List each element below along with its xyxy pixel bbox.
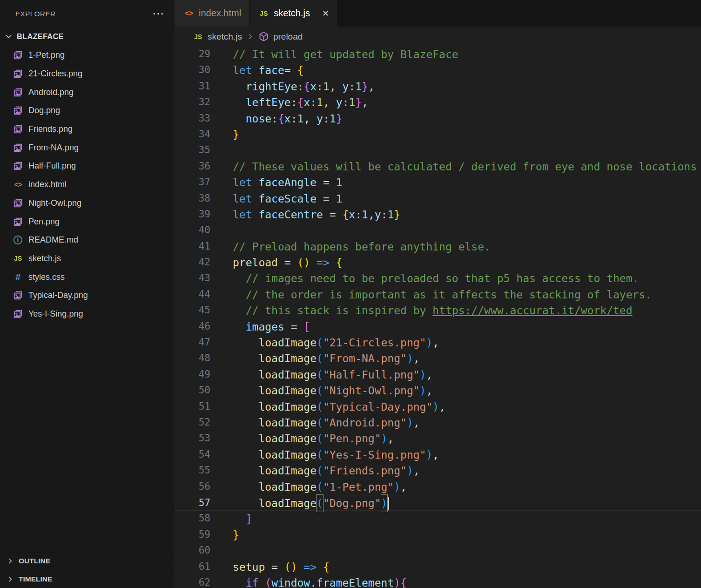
token: )	[426, 337, 432, 349]
code-line: 41// Preload happens before anything els…	[175, 239, 701, 255]
file-item-21-Circles.png[interactable]: 21-Circles.png	[0, 65, 175, 83]
breadcrumb-file[interactable]: sketch.js	[208, 32, 242, 42]
token: }	[233, 529, 239, 541]
file-item-styles.css[interactable]: #styles.css	[0, 268, 175, 286]
token: (	[317, 385, 323, 397]
close-icon[interactable]: ✕	[322, 8, 329, 19]
token: (	[317, 369, 323, 381]
line-number[interactable]: 52	[175, 415, 210, 431]
file-item-1-Pet.png[interactable]: 1-Pet.png	[0, 46, 175, 65]
line-number[interactable]: 60	[175, 543, 210, 559]
token: "Pen.png"	[323, 433, 381, 445]
file-item-Pen.png[interactable]: Pen.png	[0, 212, 175, 231]
line-content: loadImage("Android.png"),	[233, 415, 701, 431]
line-number[interactable]: 30	[175, 62, 210, 78]
line-number[interactable]: 36	[175, 159, 210, 175]
line-number[interactable]: 59	[175, 527, 210, 543]
line-number[interactable]: 51	[175, 399, 210, 415]
token	[233, 497, 258, 509]
line-number[interactable]: 37	[175, 175, 210, 190]
sidebar-section-timeline[interactable]: TIMELINE	[0, 570, 175, 588]
code-line: 48 loadImage("From-NA.png"),	[175, 351, 701, 366]
more-actions-icon[interactable]: ⋯	[152, 11, 164, 16]
token: ()	[284, 561, 297, 573]
line-number[interactable]: 58	[175, 511, 210, 527]
line-number[interactable]: 56	[175, 479, 210, 495]
token: let	[233, 209, 252, 221]
line-number[interactable]: 49	[175, 367, 210, 383]
line-number[interactable]: 50	[175, 383, 210, 399]
line-number[interactable]: 33	[175, 111, 210, 127]
line-content: loadImage("Half-Full.png"),	[233, 367, 701, 383]
file-item-Dog.png[interactable]: Dog.png	[0, 101, 175, 120]
token: {	[400, 577, 407, 588]
indent-guide	[232, 383, 232, 399]
line-number[interactable]: 34	[175, 127, 210, 142]
js-icon: JS	[13, 253, 23, 264]
line-number[interactable]: 53	[175, 431, 210, 446]
file-label: README.md	[28, 235, 78, 245]
file-item-Night-Owl.png[interactable]: Night-Owl.png	[0, 194, 175, 213]
line-number[interactable]: 31	[175, 79, 210, 95]
token: =	[323, 209, 343, 221]
image-icon	[13, 142, 23, 153]
indent-guide	[232, 351, 232, 366]
image-icon	[13, 216, 23, 227]
line-number[interactable]: 42	[175, 255, 210, 270]
file-item-Yes-I-Sing.png[interactable]: Yes-I-Sing.png	[0, 305, 175, 324]
line-number[interactable]: 29	[175, 47, 210, 62]
token: x	[284, 113, 291, 125]
line-content: }	[233, 527, 701, 543]
token: x	[310, 81, 317, 93]
tab-sketch.js[interactable]: JSsketch.js✕	[250, 0, 338, 27]
line-number[interactable]: 46	[175, 319, 210, 335]
code-line: 44 // the order is important as it affec…	[175, 287, 701, 303]
file-item-Friends.png[interactable]: Friends.png	[0, 120, 175, 139]
file-item-sketch.js[interactable]: JSsketch.js	[0, 250, 175, 268]
line-number[interactable]: 39	[175, 207, 210, 223]
line-number[interactable]: 40	[175, 223, 210, 238]
token: {	[297, 96, 304, 108]
token: // images need to be preloaded so that p…	[246, 272, 639, 284]
code-line: 61setup = () => {	[175, 559, 701, 575]
file-item-From-NA.png[interactable]: From-NA.png	[0, 138, 175, 157]
line-number[interactable]: 45	[175, 303, 210, 318]
file-item-Half-Full.png[interactable]: Half-Full.png	[0, 157, 175, 176]
line-content: preload = () => {	[233, 255, 701, 270]
line-number[interactable]: 44	[175, 287, 210, 303]
token	[252, 176, 259, 189]
code-line: 40	[175, 223, 701, 238]
line-number[interactable]: 32	[175, 95, 210, 110]
token: loadImage	[258, 337, 317, 349]
tab-index.html[interactable]: <>index.html	[175, 0, 250, 27]
line-number[interactable]: 57	[175, 495, 210, 510]
token: )	[420, 369, 426, 381]
line-number[interactable]: 35	[175, 142, 210, 158]
line-number[interactable]: 48	[175, 351, 210, 366]
line-content: loadImage("Dog.png")	[233, 495, 701, 510]
indent-guide	[232, 270, 232, 286]
line-content: let faceAngle = 1	[233, 175, 701, 190]
line-number[interactable]: 41	[175, 239, 210, 255]
tab-label: sketch.js	[274, 8, 310, 19]
line-number[interactable]: 54	[175, 447, 210, 463]
line-number[interactable]: 43	[175, 270, 210, 286]
line-number[interactable]: 61	[175, 559, 210, 575]
file-item-Typical-Day.png[interactable]: Typical-Day.png	[0, 286, 175, 305]
line-number[interactable]: 55	[175, 463, 210, 479]
line-number[interactable]: 38	[175, 191, 210, 207]
token: loadImage	[258, 352, 317, 365]
section-label: TIMELINE	[19, 575, 52, 583]
line-number[interactable]: 62	[175, 575, 210, 588]
folder-header-blazeface[interactable]: BLAZEFACE	[0, 27, 175, 46]
file-item-README.md[interactable]: README.md	[0, 231, 175, 250]
js-icon: JS	[258, 8, 269, 19]
sidebar-section-outline[interactable]: OUTLINE	[0, 552, 175, 570]
code-editor[interactable]: 29// It will get updated by BlazeFace30l…	[175, 47, 701, 588]
token: =	[317, 176, 336, 189]
file-item-index.html[interactable]: <>index.html	[0, 176, 175, 194]
breadcrumb-symbol[interactable]: preload	[273, 32, 303, 42]
line-number[interactable]: 47	[175, 335, 210, 351]
file-item-Android.png[interactable]: Android.png	[0, 83, 175, 101]
line-content: // the order is important as it affects …	[233, 287, 701, 303]
